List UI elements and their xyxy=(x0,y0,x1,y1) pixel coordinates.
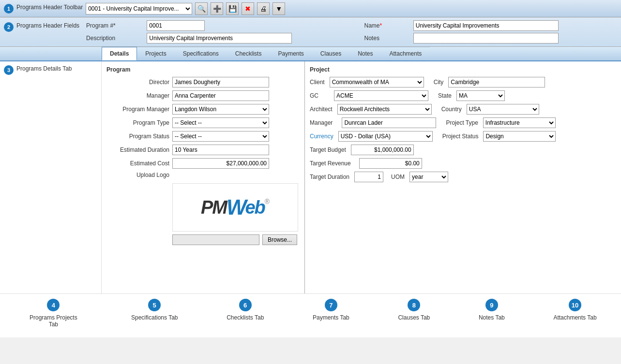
client-select[interactable]: Commonwealth of MA xyxy=(330,77,424,87)
target-duration-label: Target Duration xyxy=(310,174,349,180)
estimated-duration-input[interactable] xyxy=(172,145,269,155)
target-revenue-input[interactable] xyxy=(359,158,422,169)
annotation-4-label: Programs Projects Tab xyxy=(24,314,82,328)
estimated-duration-row: Estimated Duration xyxy=(106,145,300,155)
tab-clauses[interactable]: Clauses xyxy=(312,47,349,60)
badge-9: 9 xyxy=(485,299,498,311)
estimated-duration-label: Estimated Duration xyxy=(106,146,169,153)
delete-button[interactable]: ✖ xyxy=(242,2,254,15)
bottom-annotations: 4 Programs Projects Tab 5 Specifications… xyxy=(0,293,621,337)
director-label: Director xyxy=(106,79,169,86)
currency-link[interactable]: Currency xyxy=(310,133,333,140)
target-budget-input[interactable] xyxy=(351,145,414,155)
print-button[interactable]: 🖨 xyxy=(257,2,270,15)
tab-specifications[interactable]: Specifications xyxy=(175,47,227,60)
tab-payments[interactable]: Payments xyxy=(270,47,312,60)
annotation-7-label: Payments Tab xyxy=(313,314,349,321)
director-input[interactable] xyxy=(172,77,269,87)
gc-label: GC xyxy=(310,92,318,99)
annotation-notes-tab: 9 Notes Tab xyxy=(479,299,505,321)
project-section-title: Project xyxy=(310,66,616,73)
program-status-select[interactable]: -- Select -- xyxy=(172,131,269,142)
notes-input[interactable] xyxy=(413,33,559,44)
add-button[interactable]: ➕ xyxy=(211,2,223,15)
save-button[interactable]: 💾 xyxy=(226,2,239,15)
annotation-clauses-tab: 8 Clauses Tab xyxy=(398,299,430,321)
left-panel: Program Director Manager Program Manager… xyxy=(102,61,305,293)
project-status-label: Project Status xyxy=(442,133,479,140)
target-budget-row: Target Budget xyxy=(310,145,616,155)
upload-logo-row: Upload Logo xyxy=(106,172,300,178)
badge-8: 8 xyxy=(408,299,420,311)
manager2-input[interactable] xyxy=(342,117,436,128)
description-input[interactable] xyxy=(147,33,292,44)
program-select[interactable]: 0001 - University Capital Improve... xyxy=(86,5,192,13)
badge-7: 7 xyxy=(325,299,337,311)
program-type-row: Program Type -- Select -- xyxy=(106,117,300,128)
client-label: Client xyxy=(310,79,325,86)
badge-6: 6 xyxy=(239,299,252,311)
gc-select[interactable]: ACME xyxy=(334,90,428,101)
program-dropdown[interactable]: 0001 - University Capital Improve... xyxy=(86,3,192,15)
details-panel: Program Director Manager Program Manager… xyxy=(102,61,621,293)
name-input[interactable] xyxy=(413,20,559,31)
details-tab-label: Programs Details Tab xyxy=(16,65,72,72)
architect-country-row: Architect Rockwell Architects Country US… xyxy=(310,104,616,115)
country-select[interactable]: USA xyxy=(467,104,539,115)
project-status-select[interactable]: Design xyxy=(483,131,556,142)
annotation-attachments-tab: 10 Attachments Tab xyxy=(553,299,596,321)
description-label: Description xyxy=(86,35,143,42)
annotation-6-label: Checklists Tab xyxy=(227,314,264,321)
side-label-area: 3 Programs Details Tab xyxy=(0,61,102,293)
annotation-9-label: Notes Tab xyxy=(479,314,505,321)
city-label: City xyxy=(434,79,444,86)
browse-button[interactable]: Browse... xyxy=(262,234,297,245)
tab-projects[interactable]: Projects xyxy=(137,47,174,60)
annotation-specifications-tab: 5 Specifications Tab xyxy=(131,299,178,321)
project-type-select[interactable]: Infrastructure xyxy=(483,117,556,128)
architect-select[interactable]: Rockwell Architects xyxy=(337,104,432,115)
target-duration-input[interactable] xyxy=(354,172,383,182)
tab-checklists[interactable]: Checklists xyxy=(227,47,270,60)
dropdown-arrow[interactable]: ▼ xyxy=(273,2,285,15)
target-budget-label: Target Budget xyxy=(310,146,346,153)
state-select[interactable]: MA xyxy=(456,90,505,101)
program-manager-select[interactable]: Langdon Wilson xyxy=(172,104,269,115)
manager-row: Manager xyxy=(106,90,300,101)
uom-select[interactable]: year xyxy=(409,172,448,182)
badge-10: 10 xyxy=(569,299,581,311)
state-label: State xyxy=(438,92,452,99)
city-input[interactable] xyxy=(448,77,545,87)
annotation-8-label: Clauses Tab xyxy=(398,314,430,321)
upload-logo-label: Upload Logo xyxy=(106,172,169,178)
badge-4: 4 xyxy=(47,299,60,311)
manager2-label: Manager xyxy=(310,119,333,126)
currency-select[interactable]: USD - Dollar (USA) xyxy=(338,131,433,142)
annotation-payments-tab: 7 Payments Tab xyxy=(313,299,349,321)
main-content: 3 Programs Details Tab Program Director … xyxy=(0,61,621,293)
gc-state-row: GC ACME State MA xyxy=(310,90,616,101)
program-type-select[interactable]: -- Select -- xyxy=(172,117,269,128)
estimated-cost-row: Estimated Cost xyxy=(106,158,300,169)
target-revenue-row: Target Revenue xyxy=(310,158,616,169)
badge-2: 2 xyxy=(4,22,14,32)
project-type-label: Project Type xyxy=(446,119,478,126)
program-type-label: Program Type xyxy=(106,119,169,126)
program-manager-label: Program Manager xyxy=(106,106,169,113)
tab-notes[interactable]: Notes xyxy=(349,47,381,60)
estimated-cost-input[interactable] xyxy=(172,158,269,169)
program-status-row: Program Status -- Select -- xyxy=(106,131,300,142)
manager-input[interactable] xyxy=(172,90,269,101)
programs-header-toolbar: 1 Programs Header Toolbar 0001 - Univers… xyxy=(0,0,621,17)
annotation-5-label: Specifications Tab xyxy=(131,314,178,321)
badge-3: 3 xyxy=(4,65,14,75)
program-number-input[interactable] xyxy=(147,20,205,31)
toolbar-label: Programs Header Toolbar xyxy=(16,4,83,11)
tab-details[interactable]: Details xyxy=(102,47,137,60)
target-revenue-label: Target Revenue xyxy=(310,160,351,167)
file-path-display xyxy=(172,234,259,245)
upload-area: PM W eb ® Browse... xyxy=(172,183,300,245)
tab-attachments[interactable]: Attachments xyxy=(381,47,430,60)
search-button[interactable]: 🔍 xyxy=(195,2,208,15)
director-row: Director xyxy=(106,77,300,87)
